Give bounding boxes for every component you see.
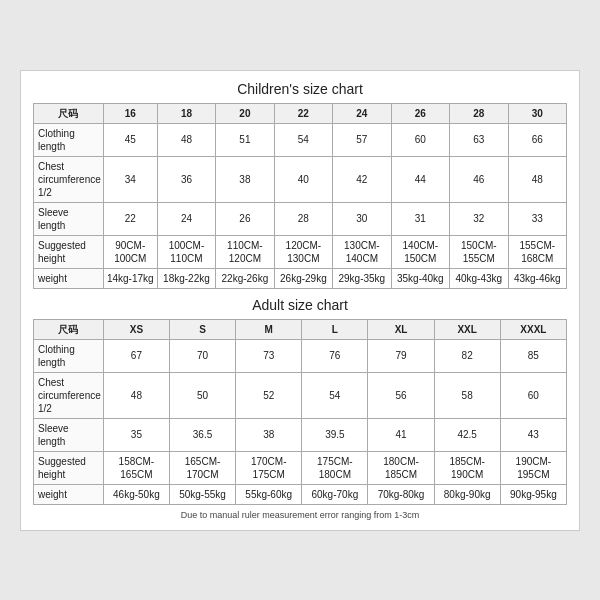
- cell-3-0: 158CM-165CM: [103, 451, 169, 484]
- cell-1-2: 38: [216, 156, 274, 202]
- table-row: Chest circumference 1/248505254565860: [34, 372, 567, 418]
- col-header-1: XS: [103, 319, 169, 339]
- cell-4-6: 90kg-95kg: [500, 484, 566, 504]
- cell-3-3: 120CM-130CM: [274, 235, 332, 268]
- cell-2-0: 22: [103, 202, 157, 235]
- cell-3-1: 100CM-110CM: [157, 235, 215, 268]
- col-header-2: S: [169, 319, 235, 339]
- cell-4-5: 35kg-40kg: [391, 268, 449, 288]
- chart-container: Children's size chart 尺码1618202224262830…: [20, 70, 580, 531]
- col-header-1: 16: [103, 103, 157, 123]
- col-header-0: 尺码: [34, 103, 104, 123]
- cell-4-6: 40kg-43kg: [450, 268, 508, 288]
- cell-2-1: 24: [157, 202, 215, 235]
- cell-0-2: 73: [236, 339, 302, 372]
- adult-table: 尺码XSSMLXLXXLXXXL Clothing length67707376…: [33, 319, 567, 505]
- cell-0-6: 85: [500, 339, 566, 372]
- cell-2-5: 31: [391, 202, 449, 235]
- col-header-2: 18: [157, 103, 215, 123]
- cell-1-2: 52: [236, 372, 302, 418]
- cell-3-2: 170CM-175CM: [236, 451, 302, 484]
- row-label-1: Chest circumference 1/2: [34, 156, 104, 202]
- cell-3-3: 175CM-180CM: [302, 451, 368, 484]
- cell-0-5: 82: [434, 339, 500, 372]
- cell-4-3: 26kg-29kg: [274, 268, 332, 288]
- cell-0-0: 45: [103, 123, 157, 156]
- cell-3-6: 150CM-155CM: [450, 235, 508, 268]
- col-header-7: 28: [450, 103, 508, 123]
- col-header-4: 22: [274, 103, 332, 123]
- row-label-0: Clothing length: [34, 123, 104, 156]
- cell-3-5: 140CM-150CM: [391, 235, 449, 268]
- table-row: Chest circumference 1/23436384042444648: [34, 156, 567, 202]
- cell-3-4: 130CM-140CM: [333, 235, 391, 268]
- row-label-0: Clothing length: [34, 339, 104, 372]
- cell-4-5: 80kg-90kg: [434, 484, 500, 504]
- cell-4-4: 70kg-80kg: [368, 484, 434, 504]
- cell-3-4: 180CM-185CM: [368, 451, 434, 484]
- cell-1-1: 36: [157, 156, 215, 202]
- table-row: Sleeve length3536.53839.54142.543: [34, 418, 567, 451]
- cell-0-5: 60: [391, 123, 449, 156]
- cell-2-1: 36.5: [169, 418, 235, 451]
- row-label-2: Sleeve length: [34, 418, 104, 451]
- col-header-6: XXL: [434, 319, 500, 339]
- cell-0-4: 79: [368, 339, 434, 372]
- col-header-3: 20: [216, 103, 274, 123]
- row-label-4: weight: [34, 484, 104, 504]
- cell-0-4: 57: [333, 123, 391, 156]
- cell-0-1: 70: [169, 339, 235, 372]
- cell-2-7: 33: [508, 202, 566, 235]
- row-label-3: Suggested height: [34, 451, 104, 484]
- cell-4-3: 60kg-70kg: [302, 484, 368, 504]
- cell-2-4: 41: [368, 418, 434, 451]
- cell-0-6: 63: [450, 123, 508, 156]
- col-header-3: M: [236, 319, 302, 339]
- cell-1-7: 48: [508, 156, 566, 202]
- cell-4-7: 43kg-46kg: [508, 268, 566, 288]
- cell-4-2: 55kg-60kg: [236, 484, 302, 504]
- cell-3-0: 90CM-100CM: [103, 235, 157, 268]
- cell-1-0: 48: [103, 372, 169, 418]
- cell-2-2: 38: [236, 418, 302, 451]
- cell-1-6: 46: [450, 156, 508, 202]
- row-label-1: Chest circumference 1/2: [34, 372, 104, 418]
- col-header-7: XXXL: [500, 319, 566, 339]
- cell-4-1: 50kg-55kg: [169, 484, 235, 504]
- cell-2-3: 39.5: [302, 418, 368, 451]
- table-row: Clothing length67707376798285: [34, 339, 567, 372]
- cell-2-4: 30: [333, 202, 391, 235]
- cell-2-0: 35: [103, 418, 169, 451]
- cell-1-6: 60: [500, 372, 566, 418]
- col-header-5: XL: [368, 319, 434, 339]
- adult-header-row: 尺码XSSMLXLXXLXXXL: [34, 319, 567, 339]
- cell-3-5: 185CM-190CM: [434, 451, 500, 484]
- cell-2-2: 26: [216, 202, 274, 235]
- cell-4-0: 14kg-17kg: [103, 268, 157, 288]
- cell-3-6: 190CM-195CM: [500, 451, 566, 484]
- cell-1-1: 50: [169, 372, 235, 418]
- cell-2-3: 28: [274, 202, 332, 235]
- cell-1-3: 40: [274, 156, 332, 202]
- cell-4-2: 22kg-26kg: [216, 268, 274, 288]
- cell-0-7: 66: [508, 123, 566, 156]
- cell-4-1: 18kg-22kg: [157, 268, 215, 288]
- table-row: Suggested height90CM-100CM100CM-110CM110…: [34, 235, 567, 268]
- cell-2-6: 32: [450, 202, 508, 235]
- cell-3-7: 155CM-168CM: [508, 235, 566, 268]
- cell-0-3: 76: [302, 339, 368, 372]
- col-header-8: 30: [508, 103, 566, 123]
- cell-2-6: 43: [500, 418, 566, 451]
- col-header-4: L: [302, 319, 368, 339]
- cell-1-4: 56: [368, 372, 434, 418]
- cell-2-5: 42.5: [434, 418, 500, 451]
- children-table: 尺码1618202224262830 Clothing length454851…: [33, 103, 567, 289]
- children-header-row: 尺码1618202224262830: [34, 103, 567, 123]
- row-label-2: Sleeve length: [34, 202, 104, 235]
- cell-0-3: 54: [274, 123, 332, 156]
- children-chart-title: Children's size chart: [33, 81, 567, 97]
- footer-note: Due to manual ruler measurement error ra…: [33, 510, 567, 520]
- cell-0-2: 51: [216, 123, 274, 156]
- cell-3-2: 110CM-120CM: [216, 235, 274, 268]
- cell-4-0: 46kg-50kg: [103, 484, 169, 504]
